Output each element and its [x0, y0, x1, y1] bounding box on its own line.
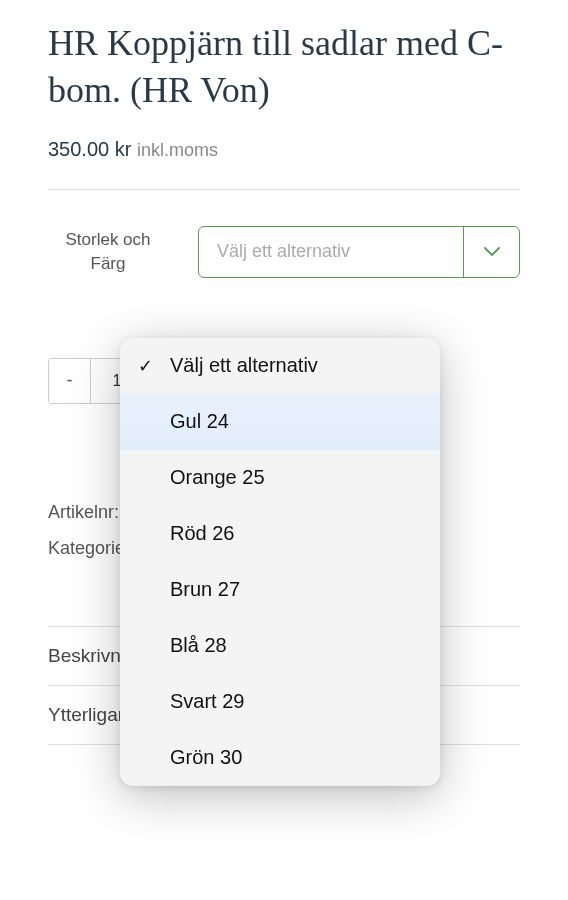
sku-label: Artikelnr: [48, 502, 119, 522]
price-row: 350.00 kr inkl.moms [48, 138, 520, 161]
variation-select-text: Välj ett alternativ [199, 227, 463, 277]
product-title: HR Koppjärn till sadlar med C-bom. (HR V… [48, 20, 520, 114]
dropdown-option-label: Svart 29 [170, 690, 244, 712]
variation-select[interactable]: Välj ett alternativ [198, 226, 520, 278]
price-value: 350.00 kr [48, 138, 131, 160]
dropdown-option-label: Blå 28 [170, 634, 227, 656]
variation-select-wrapper: Välj ett alternativ [198, 226, 520, 278]
dropdown-option[interactable]: Blå 28 [120, 618, 440, 674]
dropdown-option-label: Gul 24 [170, 410, 229, 432]
check-icon: ✓ [138, 355, 153, 377]
variation-label: Storlek och Färg [48, 228, 168, 276]
dropdown-option[interactable]: Grön 30 [120, 730, 440, 786]
dropdown-option[interactable]: Röd 26 [120, 506, 440, 562]
dropdown-option-placeholder[interactable]: ✓ Välj ett alternativ [120, 338, 440, 394]
variation-row: Storlek och Färg Välj ett alternativ [48, 190, 520, 308]
dropdown-option[interactable]: Orange 25 [120, 450, 440, 506]
dropdown-option-label: Röd 26 [170, 522, 235, 544]
dropdown-option-label: Orange 25 [170, 466, 265, 488]
quantity-minus-button[interactable]: - [49, 359, 91, 403]
variation-dropdown-popup: ✓ Välj ett alternativ Gul 24 Orange 25 R… [120, 338, 440, 786]
chevron-down-icon [463, 227, 519, 277]
dropdown-option[interactable]: Brun 27 [120, 562, 440, 618]
dropdown-option-label: Grön 30 [170, 746, 242, 768]
dropdown-option-label: Brun 27 [170, 578, 240, 600]
price-tax-label: inkl.moms [137, 140, 218, 160]
dropdown-option[interactable]: Gul 24 [120, 394, 440, 450]
dropdown-option[interactable]: Svart 29 [120, 674, 440, 730]
dropdown-option-label: Välj ett alternativ [170, 354, 318, 376]
